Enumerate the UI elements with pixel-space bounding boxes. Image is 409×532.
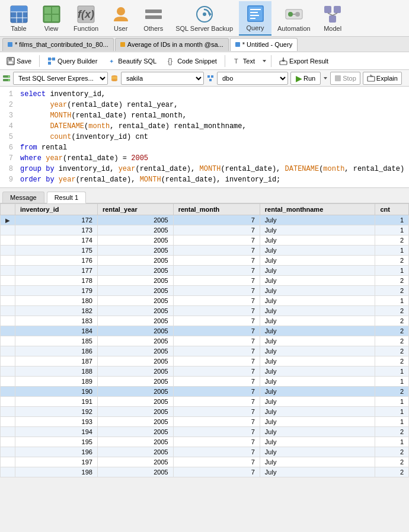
table-icon (9, 5, 28, 24)
table-row[interactable]: 177 2005 7 July 1 (1, 266, 409, 276)
table-row[interactable]: 192 2005 7 July 1 (1, 407, 409, 417)
col-inventory-id[interactable]: inventory_id (15, 204, 98, 215)
row-indicator (1, 417, 15, 427)
cell-rental-monthname: July (260, 336, 375, 346)
table-row[interactable]: 191 2005 7 July 1 (1, 397, 409, 407)
table-row[interactable]: ▶ 172 2005 7 July 1 (1, 215, 409, 225)
cell-cnt: 2 (375, 356, 409, 367)
toolbar-backup[interactable]: SQL Server Backup (170, 1, 239, 36)
table-row[interactable]: 186 2005 7 July 2 (1, 346, 409, 356)
cell-rental-year: 2005 (97, 316, 173, 326)
row-indicator (1, 387, 15, 397)
svg-rect-35 (8, 58, 12, 60)
col-cnt[interactable]: cnt (375, 204, 409, 215)
table-row[interactable]: 174 2005 7 July 2 (1, 235, 409, 246)
code-line-6: 6 from rental (0, 142, 409, 153)
cell-inventory-id: 175 (15, 246, 98, 256)
table-row[interactable]: 175 2005 7 July 1 (1, 246, 409, 256)
tab-films[interactable]: * films_that_contributed_to_80... (2, 38, 114, 51)
cell-inventory-id: 196 (15, 447, 98, 457)
svg-rect-56 (211, 75, 213, 78)
table-row[interactable]: 179 2005 7 July 2 (1, 286, 409, 296)
code-editor[interactable]: 1 select inventory_id, 2 year(rental_dat… (0, 87, 409, 188)
cell-rental-monthname: July (260, 387, 375, 397)
col-rental-monthname[interactable]: rental_monthname (260, 204, 375, 215)
col-rental-month[interactable]: rental_month (173, 204, 260, 215)
cell-rental-year: 2005 (97, 266, 173, 276)
svg-rect-7 (44, 7, 51, 14)
svg-rect-39 (48, 62, 51, 65)
tab-result1[interactable]: Result 1 (47, 192, 86, 203)
cell-inventory-id: 198 (15, 467, 98, 477)
table-row[interactable]: 187 2005 7 July 2 (1, 356, 409, 367)
explain-button[interactable]: Explain (363, 72, 402, 85)
table-row[interactable]: 185 2005 7 July 2 (1, 336, 409, 346)
toolbar-view[interactable]: View (35, 1, 68, 36)
table-row[interactable]: 183 2005 7 July 2 (1, 316, 409, 326)
table-row[interactable]: 188 2005 7 July 1 (1, 367, 409, 377)
table-row[interactable]: 195 2005 7 July 1 (1, 437, 409, 447)
data-table-container[interactable]: inventory_id rental_year rental_month re… (0, 203, 409, 532)
server-select[interactable]: Test SQL Server Expres... (13, 72, 108, 85)
run-dropdown-arrow[interactable] (323, 74, 328, 82)
row-indicator (1, 336, 15, 346)
toolbar-table[interactable]: Table (2, 1, 35, 36)
table-row[interactable]: 189 2005 7 July 1 (1, 377, 409, 387)
stop-button[interactable]: Stop (330, 72, 360, 85)
beautify-sql-button[interactable]: ✦ Beautify SQL (104, 54, 161, 68)
code-snippet-button[interactable]: {} Code Snippet (163, 54, 221, 68)
database-select[interactable]: sakila (121, 72, 204, 85)
svg-point-13 (117, 7, 125, 15)
row-indicator (1, 447, 15, 457)
run-button[interactable]: ▶ Run (290, 72, 321, 85)
save-icon (7, 57, 15, 65)
cell-rental-monthname: July (260, 427, 375, 437)
table-row[interactable]: 198 2005 7 July 2 (1, 467, 409, 477)
save-button[interactable]: Save (2, 54, 36, 68)
table-row[interactable]: 196 2005 7 July 2 (1, 447, 409, 457)
text-button[interactable]: T Text (229, 54, 259, 68)
svg-point-50 (8, 75, 10, 77)
table-row[interactable]: 178 2005 7 July 2 (1, 276, 409, 286)
toolbar-model[interactable]: Model (317, 1, 349, 36)
tab-average[interactable]: Average of IDs in a month @sa... (115, 38, 229, 51)
table-row[interactable]: 182 2005 7 July 2 (1, 306, 409, 316)
stop-icon (334, 75, 341, 82)
cell-rental-month: 7 (173, 246, 260, 256)
cell-rental-monthname: July (260, 457, 375, 467)
table-row[interactable]: 173 2005 7 July 1 (1, 225, 409, 235)
table-row[interactable]: 194 2005 7 July 2 (1, 427, 409, 437)
cell-rental-month: 7 (173, 336, 260, 346)
cell-inventory-id: 185 (15, 336, 98, 346)
cell-rental-year: 2005 (97, 367, 173, 377)
svg-line-33 (333, 13, 337, 15)
toolbar-function[interactable]: f(x) Function (68, 1, 104, 36)
table-row[interactable]: 190 2005 7 July 2 (1, 387, 409, 397)
svg-rect-37 (48, 58, 51, 60)
table-row[interactable]: 197 2005 7 July 2 (1, 457, 409, 467)
schema-select[interactable]: dbo (217, 72, 288, 85)
cell-rental-monthname: July (260, 286, 375, 296)
query-builder-button[interactable]: Query Builder (43, 54, 101, 68)
cell-rental-year: 2005 (97, 457, 173, 467)
others-icon (144, 5, 163, 24)
table-row[interactable]: 184 2005 7 July 2 (1, 326, 409, 336)
svg-text:f(x): f(x) (78, 8, 94, 20)
table-row[interactable]: 193 2005 7 July 1 (1, 417, 409, 427)
row-indicator (1, 225, 15, 235)
table-row[interactable]: 176 2005 7 July 2 (1, 256, 409, 266)
toolbar-others[interactable]: Others (137, 1, 170, 36)
cell-rental-month: 7 (173, 427, 260, 437)
toolbar-query[interactable]: Query (239, 1, 271, 36)
export-icon (279, 57, 287, 65)
table-row[interactable]: 180 2005 7 July 1 (1, 296, 409, 306)
col-rental-year[interactable]: rental_year (97, 204, 173, 215)
tab-untitled[interactable]: * Untitled - Query (230, 38, 298, 51)
row-indicator (1, 246, 15, 256)
export-result-button[interactable]: Export Result (275, 54, 333, 68)
toolbar-user[interactable]: User (104, 1, 137, 36)
toolbar-automation[interactable]: Automation (271, 1, 317, 36)
cell-rental-month: 7 (173, 286, 260, 296)
tab-message[interactable]: Message (2, 192, 44, 203)
cell-rental-monthname: July (260, 306, 375, 316)
